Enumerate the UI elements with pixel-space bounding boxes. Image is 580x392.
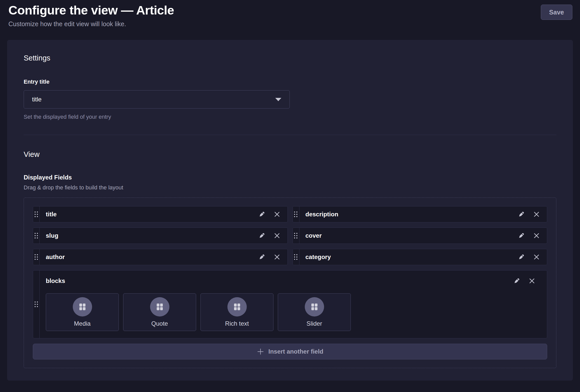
component-label: Rich text [225, 320, 249, 327]
field-row-label: slug [40, 228, 256, 244]
page-header-text: Configure the view — Article Customize h… [8, 3, 174, 28]
field-row-blocks: blocks Media Quote [33, 270, 547, 338]
component-card-media[interactable]: Media [46, 293, 119, 331]
field-row-actions [256, 206, 287, 222]
pencil-icon[interactable] [515, 251, 527, 263]
component-label: Media [74, 320, 91, 327]
field-row-actions [256, 249, 287, 265]
fields-grid: title description slug [33, 206, 547, 338]
drag-handle-icon[interactable] [33, 270, 40, 338]
component-label: Quote [151, 320, 168, 327]
pencil-icon[interactable] [256, 251, 268, 263]
pencil-icon[interactable] [256, 208, 268, 220]
component-grid-icon [150, 297, 169, 316]
close-icon[interactable] [271, 230, 283, 242]
blocks-header: blocks [40, 273, 547, 287]
drag-handle-icon[interactable] [293, 249, 299, 265]
entry-title-select[interactable]: title [24, 90, 290, 109]
component-card-rich-text[interactable]: Rich text [200, 293, 273, 331]
page-subtitle: Customize how the edit view will look li… [8, 20, 174, 28]
component-card-quote[interactable]: Quote [123, 293, 196, 331]
component-grid-icon [227, 297, 247, 316]
entry-title-label: Entry title [24, 79, 556, 85]
chevron-down-icon [275, 98, 281, 101]
pencil-icon[interactable] [515, 230, 527, 242]
section-divider [24, 135, 556, 135]
save-button[interactable]: Save [541, 5, 572, 20]
settings-heading: Settings [24, 54, 556, 62]
pencil-icon[interactable] [511, 275, 523, 287]
field-row-actions [515, 228, 547, 244]
component-grid-icon [305, 297, 324, 316]
close-icon[interactable] [531, 251, 542, 263]
drag-handle-icon[interactable] [33, 206, 40, 222]
pencil-icon[interactable] [256, 230, 268, 242]
component-grid-icon [73, 297, 92, 316]
drag-handle-icon[interactable] [293, 206, 299, 222]
field-row-label: category [299, 249, 516, 265]
displayed-fields-title: Displayed Fields [24, 174, 556, 181]
components-strip: Media Quote Rich text Slider [46, 293, 547, 331]
insert-button-label: Insert another field [268, 348, 323, 355]
blocks-actions [511, 275, 542, 287]
field-row-actions [515, 206, 547, 222]
field-row-author: author [33, 249, 288, 265]
fields-drop-zone: title description slug [24, 198, 556, 368]
field-row-actions [256, 228, 287, 244]
field-row-title: title [33, 206, 288, 222]
field-row-label: title [40, 206, 256, 222]
component-card-slider[interactable]: Slider [278, 293, 351, 331]
configure-view-card: Settings Entry title title Set the displ… [7, 40, 573, 381]
close-icon[interactable] [526, 275, 538, 287]
close-icon[interactable] [531, 208, 542, 220]
drag-handle-icon[interactable] [293, 228, 299, 244]
field-row-description: description [293, 206, 547, 222]
field-row-actions [515, 249, 547, 265]
drag-handle-icon[interactable] [33, 249, 40, 265]
component-label: Slider [307, 320, 322, 327]
entry-title-hint: Set the displayed field of your entry [24, 114, 556, 120]
close-icon[interactable] [271, 251, 283, 263]
entry-title-select-value: title [32, 96, 275, 103]
blocks-content: blocks Media Quote [40, 270, 547, 338]
field-row-label: description [299, 206, 516, 222]
drag-handle-icon[interactable] [33, 228, 40, 244]
close-icon[interactable] [531, 230, 542, 242]
field-row-slug: slug [33, 228, 288, 244]
plus-icon [257, 348, 264, 355]
field-row-label: author [40, 249, 256, 265]
page-header: Configure the view — Article Customize h… [0, 0, 580, 28]
view-heading: View [24, 150, 556, 159]
close-icon[interactable] [271, 208, 283, 220]
field-row-label: cover [299, 228, 516, 244]
page-title: Configure the view — Article [8, 3, 174, 17]
field-row-category: category [293, 249, 547, 265]
entry-title-block: Entry title title Set the displayed fiel… [24, 79, 556, 120]
blocks-label: blocks [46, 277, 65, 284]
insert-another-field-button[interactable]: Insert another field [33, 344, 547, 359]
pencil-icon[interactable] [515, 208, 527, 220]
displayed-fields-subtitle: Drag & drop the fields to build the layo… [24, 184, 556, 191]
field-row-cover: cover [293, 228, 547, 244]
